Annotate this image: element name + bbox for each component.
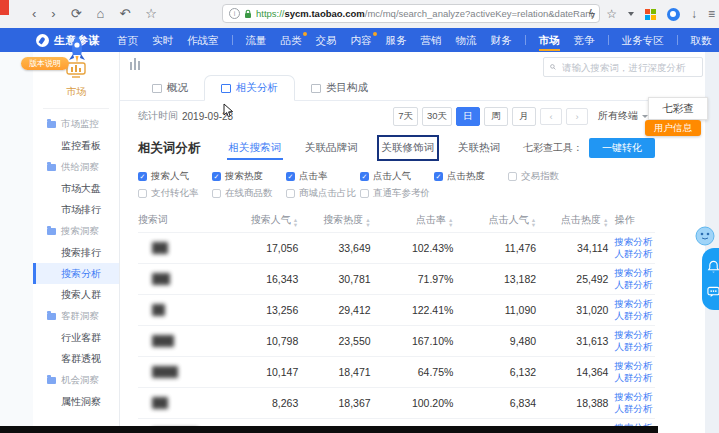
action-link[interactable]: 人群分析 [608, 341, 655, 353]
related-word-subtab[interactable]: 关联热词 [456, 138, 502, 158]
sidebar-item[interactable]: 市场大盘 [33, 178, 119, 199]
one-key-convert-button[interactable]: 一键转化 [589, 138, 655, 158]
date-range-button[interactable]: 周 [484, 107, 508, 126]
helper-mascot-icon[interactable] [694, 224, 716, 248]
metric-checkbox[interactable]: ✓点击率 [286, 170, 360, 183]
date-range-button[interactable]: 月 [512, 107, 536, 126]
date-range-button[interactable]: 日 [456, 107, 480, 126]
next-date-button[interactable]: › [566, 108, 588, 125]
date-range-button[interactable]: 7天 [393, 107, 418, 126]
action-link[interactable]: 人群分析 [608, 248, 655, 260]
bookmark-star-icon[interactable]: ☆ [145, 5, 157, 23]
metric-checkbox[interactable]: 交易指数 [508, 170, 582, 183]
prev-date-button[interactable]: ‹ [540, 108, 562, 125]
topnav-item[interactable]: 流量 [239, 28, 274, 52]
page-tab[interactable]: 概况 [136, 76, 204, 100]
column-header[interactable]: 搜索人气▲▼ [221, 208, 299, 233]
topnav-item[interactable]: 物流 [449, 28, 484, 52]
sidebar-group-header[interactable]: 搜索洞察 [33, 220, 119, 242]
action-link[interactable]: 搜索分析 [608, 329, 655, 341]
topnav-item[interactable]: 竞争 [567, 28, 602, 52]
star-icon[interactable]: ☆ [606, 7, 617, 21]
history-icon[interactable]: ↶ [119, 5, 130, 23]
metric-checkbox[interactable]: ✓点击热度 [434, 170, 508, 183]
metric-checkbox[interactable]: ✓搜索人气 [138, 170, 212, 183]
sidebar-group-header[interactable]: 供给洞察 [33, 156, 119, 178]
search-input[interactable] [560, 61, 696, 74]
topnav-item[interactable]: 服务 [379, 28, 414, 52]
bell-icon[interactable] [707, 260, 719, 274]
drag-handle-icon[interactable] [130, 58, 140, 70]
forward-icon[interactable]: › [51, 5, 55, 23]
action-link[interactable]: 人群分析 [608, 279, 655, 291]
action-link[interactable]: 人群分析 [608, 372, 655, 384]
metric-checkbox[interactable]: ✓点击人气 [360, 170, 434, 183]
action-link[interactable]: 人群分析 [608, 310, 655, 322]
page-tab[interactable]: 类目构成 [295, 76, 384, 100]
reload-icon[interactable]: ⟳ [71, 5, 82, 23]
sidebar-group-header[interactable]: 客群洞察 [33, 305, 119, 327]
chevron-down-icon[interactable] [628, 12, 634, 16]
sidebar-group-header[interactable]: 机会洞察 [33, 369, 119, 391]
sidebar-item[interactable]: 客群透视 [33, 348, 119, 369]
terminal-filter-dropdown[interactable]: 所有终端 [598, 109, 648, 123]
topnav-item[interactable]: 交易 [309, 28, 344, 52]
metric-checkbox[interactable]: ✓搜索热度 [212, 170, 286, 183]
extensions-grid-icon[interactable] [645, 9, 656, 20]
column-header[interactable]: 点击热度▲▼ [536, 208, 608, 233]
action-link[interactable]: 人群分析 [608, 403, 655, 415]
keyword-search-box[interactable] [543, 57, 703, 77]
sidebar-item[interactable]: 搜索人群 [33, 284, 119, 305]
download-icon[interactable]: ↓ [691, 7, 697, 21]
sidebar-item[interactable]: 搜索分析 [33, 263, 119, 284]
topnav-item[interactable]: 实时 [145, 28, 180, 52]
date-range-button[interactable]: 30天 [422, 107, 452, 126]
sort-icon[interactable]: ▲▼ [531, 218, 536, 227]
action-link[interactable]: 搜索分析 [608, 236, 655, 248]
sidebar-item[interactable]: 搜索排行 [33, 242, 119, 263]
sort-icon[interactable]: ▲▼ [448, 218, 453, 227]
column-header[interactable]: 点击人气▲▼ [453, 208, 536, 233]
action-link[interactable]: 搜索分析 [608, 391, 655, 403]
related-word-subtab[interactable]: 关联品牌词 [303, 138, 360, 158]
flash-extension-icon[interactable]: ϟ [589, 7, 595, 21]
column-header[interactable]: 搜索热度▲▼ [298, 208, 370, 233]
topnav-item[interactable]: 财务 [484, 28, 519, 52]
metric-checkbox[interactable]: 支付转化率 [138, 187, 212, 200]
action-link[interactable]: 搜索分析 [608, 360, 655, 372]
sidebar-item[interactable]: 行业客群 [33, 327, 119, 348]
page-tab[interactable]: 相关分析 [204, 75, 295, 101]
action-link[interactable]: 搜索分析 [608, 267, 655, 279]
floating-help-widget[interactable] [702, 248, 719, 310]
qicai-overlay-button[interactable]: 七彩查 [648, 97, 708, 120]
topnav-item[interactable]: 市场 [532, 28, 567, 52]
metric-checkbox[interactable]: 商城点击占比 [286, 187, 360, 200]
menu-icon[interactable]: ≡ [708, 7, 715, 21]
back-icon[interactable]: ‹ [32, 5, 36, 23]
version-badge[interactable]: 版本说明 [21, 57, 69, 70]
sort-icon[interactable]: ▲▼ [293, 218, 298, 227]
metric-checkbox[interactable]: 直通车参考价 [360, 187, 434, 200]
userinfo-overlay-button[interactable]: 用户信息 [645, 120, 701, 136]
topnav-item[interactable]: 营销 [414, 28, 449, 52]
page-info-icon[interactable]: i [229, 8, 240, 19]
related-word-subtab[interactable]: 相关搜索词 [227, 138, 284, 158]
blue-extension-icon[interactable] [667, 8, 680, 21]
sort-icon[interactable]: ▲▼ [603, 218, 608, 227]
topnav-item[interactable]: 内容 [344, 28, 379, 52]
topnav-item[interactable]: 品类 [274, 28, 309, 52]
topnav-item[interactable]: 首页 [110, 28, 145, 52]
sidebar-item[interactable]: 监控看板 [33, 135, 119, 156]
sort-icon[interactable]: ▲▼ [365, 218, 370, 227]
home-icon[interactable]: ⌂ [97, 5, 105, 23]
action-link[interactable]: 搜索分析 [608, 298, 655, 310]
sidebar-group-header[interactable]: 市场监控 [33, 113, 119, 135]
related-word-subtab[interactable]: 关联修饰词 [380, 138, 437, 158]
metric-checkbox[interactable]: 在线商品数 [212, 187, 286, 200]
topnav-item[interactable]: 业务专区 [615, 28, 671, 52]
url-bar[interactable]: i https://sycm.taobao.com/mc/mq/search_a… [222, 4, 600, 23]
column-header[interactable]: 点击率▲▼ [371, 208, 454, 233]
sidebar-item[interactable]: 市场排行 [33, 199, 119, 220]
chat-icon[interactable] [707, 286, 719, 298]
sidebar-item[interactable]: 属性洞察 [33, 391, 119, 412]
